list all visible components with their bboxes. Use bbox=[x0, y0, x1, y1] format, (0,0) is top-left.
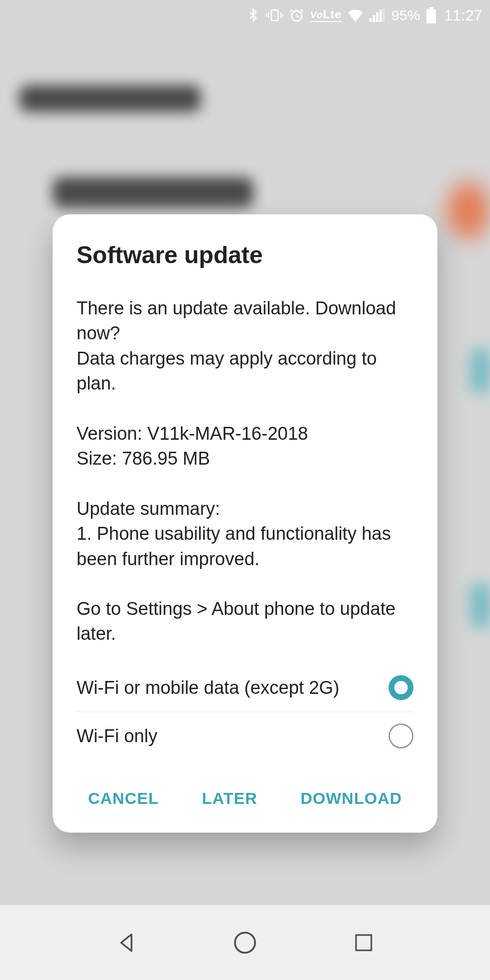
dialog-scrim: Software update There is an update avail… bbox=[0, 0, 490, 980]
dialog-title: Software update bbox=[77, 241, 413, 269]
radio-selected-icon bbox=[389, 675, 413, 700]
cancel-button[interactable]: CANCEL bbox=[84, 781, 163, 815]
svg-point-13 bbox=[235, 933, 255, 953]
software-update-dialog: Software update There is an update avail… bbox=[53, 214, 437, 833]
svg-rect-14 bbox=[356, 935, 371, 950]
dialog-message: There is an update available. Download n… bbox=[77, 296, 413, 396]
radio-label: Wi-Fi or mobile data (except 2G) bbox=[77, 675, 339, 700]
nav-bar bbox=[0, 904, 490, 980]
dialog-later-hint: Go to Settings > About phone to update l… bbox=[77, 596, 413, 646]
dialog-body: There is an update available. Download n… bbox=[77, 296, 413, 760]
radio-label: Wi-Fi only bbox=[77, 724, 157, 748]
download-button[interactable]: DOWNLOAD bbox=[297, 781, 406, 815]
radio-wifi-or-mobile[interactable]: Wi-Fi or mobile data (except 2G) bbox=[77, 664, 413, 712]
dialog-version-size: Version: V11k-MAR-16-2018Size: 786.95 MB bbox=[77, 421, 413, 471]
nav-home-button[interactable] bbox=[228, 926, 262, 959]
radio-unselected-icon bbox=[389, 724, 413, 748]
radio-wifi-only[interactable]: Wi-Fi only bbox=[77, 712, 413, 760]
dialog-summary: Update summary:1. Phone usability and fu… bbox=[77, 496, 413, 571]
dialog-actions: CANCEL LATER DOWNLOAD bbox=[77, 781, 413, 815]
later-button[interactable]: LATER bbox=[198, 781, 261, 815]
nav-back-button[interactable] bbox=[110, 926, 143, 959]
nav-recents-button[interactable] bbox=[347, 926, 380, 959]
